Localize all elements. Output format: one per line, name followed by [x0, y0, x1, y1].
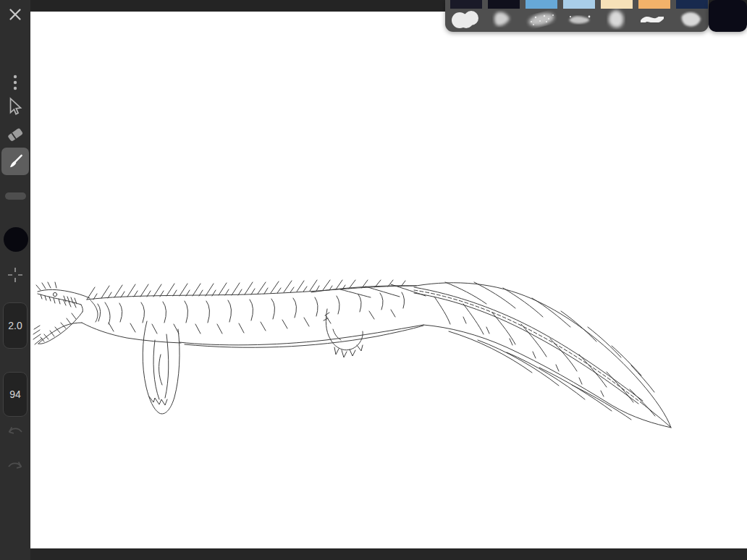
round-solid-brush-icon [449, 7, 484, 32]
redo-icon [4, 457, 26, 478]
brush-preset-soft-round[interactable] [599, 7, 634, 32]
brush-slot-4 [563, 0, 595, 32]
canvas-drawing [30, 12, 747, 548]
brush-preset-splatter[interactable] [562, 7, 596, 32]
tool-sidebar: 2.0 94 [0, 0, 30, 560]
undo-button[interactable] [0, 420, 30, 446]
brush-opacity-button[interactable]: 94 [3, 372, 28, 417]
splatter-brush-icon [562, 7, 596, 32]
creature-body [82, 280, 423, 347]
brush-preset-spray[interactable] [524, 7, 559, 32]
brush-slot-1 [450, 0, 482, 32]
creature-front-flipper [143, 321, 180, 414]
symmetry-tool-button[interactable] [0, 262, 30, 288]
brush-size-button[interactable]: 2.0 [3, 302, 28, 349]
transform-tool-button[interactable] [0, 94, 30, 120]
soft-round-brush-icon [599, 7, 634, 32]
close-button[interactable] [0, 1, 30, 27]
drawing-canvas[interactable] [30, 12, 747, 548]
close-icon [6, 5, 25, 24]
brush-preset-soft-wedge[interactable] [675, 7, 709, 32]
eraser-icon [5, 124, 25, 145]
brush-preset-soft-smudge[interactable] [486, 7, 521, 32]
soft-smudge-brush-icon [486, 7, 521, 32]
brush-slot-6 [638, 0, 670, 32]
soft-wedge-brush-icon [675, 7, 709, 32]
brush-preset-smooth-stroke[interactable] [637, 7, 672, 32]
brush-slot-2 [488, 0, 520, 32]
creature-tail [311, 282, 671, 428]
bottom-bar [0, 548, 747, 560]
brush-slot-7 [676, 0, 708, 32]
kebab-menu-icon [7, 73, 24, 92]
spray-brush-icon [524, 7, 559, 32]
stroke-preview [5, 192, 26, 200]
eraser-tool-button[interactable] [0, 122, 30, 148]
color-well-button[interactable] [4, 227, 28, 252]
crosshair-icon [5, 265, 25, 285]
brush-preset-round-solid[interactable] [449, 7, 484, 32]
creature-head [33, 282, 110, 344]
smooth-stroke-brush-icon [637, 7, 672, 32]
brush-opacity-value: 94 [9, 389, 21, 400]
undo-icon [4, 423, 26, 443]
menu-button[interactable] [0, 69, 30, 96]
app-root: 2.0 94 [0, 0, 747, 560]
brush-size-value: 2.0 [8, 320, 22, 331]
creature-rear-leg [324, 309, 363, 357]
brush-slot-5 [601, 0, 633, 32]
current-color-chip[interactable] [709, 0, 747, 32]
brush-slot-3 [526, 0, 557, 32]
redo-button[interactable] [0, 454, 30, 480]
cursor-icon [6, 97, 25, 117]
brush-icon [6, 152, 25, 171]
brush-tool-button[interactable] [1, 148, 29, 175]
brush-palette [445, 0, 709, 32]
